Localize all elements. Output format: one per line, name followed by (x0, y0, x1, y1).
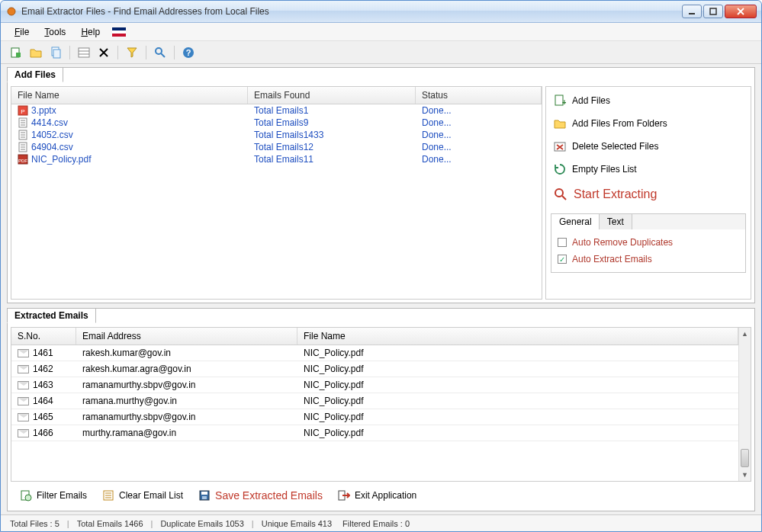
file-type-icon (18, 142, 28, 152)
empty-files-list-button[interactable]: Empty Files List (551, 160, 746, 178)
table-row[interactable]: 1464ramana.murthy@gov.inNIC_Policy.pdf (11, 393, 738, 409)
col-status[interactable]: Status (416, 87, 542, 104)
add-files-from-folders-button[interactable]: Add Files From Folders (551, 114, 746, 133)
add-files-section: Add Files File Name Emails Found Status … (7, 67, 755, 303)
sno-cell: 1466 (33, 428, 53, 438)
delete-selected-files-button[interactable]: Delete Selected Files (551, 137, 746, 155)
bottom-action-bar: Filter Emails Clear Email List Save Extr… (11, 483, 751, 508)
emails-table-body[interactable]: 1461rakesh.kumar@gov.inNIC_Policy.pdf146… (11, 345, 738, 481)
toolbar-list-icon[interactable] (76, 45, 92, 60)
table-row[interactable]: 1466murthy.ramana@gov.inNIC_Policy.pdf (11, 425, 738, 441)
files-table: File Name Emails Found Status P3.pptxTot… (11, 86, 542, 300)
refresh-icon (554, 163, 566, 175)
file-name-cell: 3.pptx (31, 105, 56, 116)
toolbar-add-files-icon[interactable] (8, 45, 24, 60)
file-type-icon: P (18, 105, 28, 116)
toolbar-separator (146, 46, 146, 59)
files-table-header: File Name Emails Found Status (11, 87, 542, 104)
file-name-cell: 14052.csv (31, 130, 73, 140)
table-row[interactable]: 1463ramanamurthy.sbpv@gov.inNIC_Policy.p… (11, 377, 738, 393)
extracted-emails-section: Extracted Emails S.No. Email Address Fil… (7, 308, 755, 511)
email-address-cell: ramana.murthy@gov.in (76, 396, 297, 406)
col-file-name[interactable]: File Name (297, 328, 738, 345)
sno-cell: 1463 (33, 380, 53, 390)
col-email-address[interactable]: Email Address (76, 328, 297, 345)
start-extracting-button[interactable]: Start Extracting (551, 183, 746, 206)
file-name-cell: NIC_Policy.pdf (297, 412, 738, 422)
svg-point-33 (555, 189, 563, 197)
maximize-button[interactable] (703, 5, 723, 18)
table-row[interactable]: 1465ramanamurthy.sbpv@gov.inNIC_Policy.p… (11, 409, 738, 425)
menu-tools[interactable]: Tools (38, 25, 72, 39)
add-files-tab-label: Add Files (7, 67, 63, 82)
clear-email-list-button[interactable]: Clear Email List (96, 487, 189, 504)
search-icon (554, 187, 567, 201)
auto-extract-emails-checkbox[interactable]: ✓ Auto Extract Emails (558, 254, 739, 264)
auto-remove-duplicates-checkbox[interactable]: Auto Remove Duplicates (558, 237, 739, 248)
table-row[interactable]: 14052.csvTotal Emails1433Done... (11, 129, 542, 141)
svg-rect-43 (202, 496, 207, 499)
scroll-down-arrow-icon[interactable]: ▼ (739, 469, 751, 481)
toolbar-search-icon[interactable] (153, 45, 168, 60)
svg-text:PDF: PDF (18, 159, 27, 163)
table-row[interactable]: 1461rakesh.kumar@gov.inNIC_Policy.pdf (11, 345, 738, 361)
scroll-up-arrow-icon[interactable]: ▲ (739, 328, 751, 340)
status-cell: Done... (416, 105, 542, 116)
toolbar-copy-icon[interactable] (48, 45, 63, 60)
filter-emails-button[interactable]: Filter Emails (14, 487, 93, 504)
svg-text:+: + (562, 98, 566, 107)
col-emails-found[interactable]: Emails Found (248, 87, 416, 104)
exit-application-label: Exit Application (355, 490, 416, 501)
scroll-thumb[interactable] (741, 449, 749, 467)
sno-cell: 1462 (33, 364, 53, 374)
add-files-label: Add Files (572, 95, 610, 106)
envelope-icon (18, 349, 29, 357)
add-files-button[interactable]: + Add Files (551, 91, 746, 110)
window-title: Email Extractor Files - Find Email Addre… (21, 6, 682, 17)
auto-extract-label: Auto Extract Emails (572, 254, 652, 264)
save-icon (198, 489, 211, 502)
table-row[interactable]: 4414.csvTotal Emails9Done... (11, 117, 542, 129)
options-tabbar: General Text (551, 214, 745, 229)
menu-file[interactable]: File (8, 25, 35, 39)
status-unique-emails: Unique Emails 413 (259, 519, 335, 528)
files-table-body[interactable]: P3.pptxTotal Emails1Done...4414.csvTotal… (11, 104, 542, 165)
file-name-cell: NIC_Policy.pdf (31, 154, 91, 165)
emails-found-cell: Total Emails1433 (248, 130, 416, 140)
save-extracted-emails-button[interactable]: Save Extracted Emails (192, 487, 329, 504)
toolbar-help-icon[interactable]: ? (181, 45, 196, 60)
table-row[interactable]: P3.pptxTotal Emails1Done... (11, 104, 542, 117)
toolbar-delete-icon[interactable] (96, 45, 111, 60)
extracted-emails-tab-label: Extracted Emails (7, 308, 96, 323)
col-file-name[interactable]: File Name (11, 87, 248, 104)
language-flag-icon[interactable] (112, 27, 126, 37)
table-row[interactable]: 64904.csvTotal Emails12Done... (11, 141, 542, 153)
vertical-scrollbar[interactable]: ▲ ▼ (738, 328, 751, 481)
toolbar-add-folder-icon[interactable] (28, 45, 43, 60)
start-extracting-label: Start Extracting (574, 187, 657, 201)
sno-cell: 1464 (33, 396, 53, 406)
toolbar-filter-icon[interactable] (124, 45, 140, 60)
tab-text[interactable]: Text (599, 213, 632, 229)
table-row[interactable]: 1462rakesh.kumar.agra@gov.inNIC_Policy.p… (11, 361, 738, 377)
close-button[interactable] (725, 5, 757, 18)
col-sno[interactable]: S.No. (11, 328, 76, 345)
toolbar-separator (117, 46, 118, 59)
exit-application-button[interactable]: Exit Application (332, 487, 423, 504)
add-files-icon: + (554, 95, 566, 107)
status-bar: Total Files : 5 | Total Emails 1466 | Du… (1, 514, 761, 531)
options-body: Auto Remove Duplicates ✓ Auto Extract Em… (551, 229, 745, 272)
tab-general[interactable]: General (551, 213, 600, 229)
table-row[interactable]: PDFNIC_Policy.pdfTotal Emails11Done... (11, 153, 542, 165)
delete-icon (554, 140, 566, 152)
delete-label: Delete Selected Files (572, 141, 658, 152)
svg-rect-6 (53, 50, 60, 58)
status-total-emails: Total Emails 1466 (74, 519, 146, 528)
envelope-icon (18, 413, 29, 421)
clear-email-list-label: Clear Email List (119, 490, 183, 501)
status-cell: Done... (416, 130, 542, 140)
status-cell: Done... (416, 142, 542, 152)
auto-remove-label: Auto Remove Duplicates (572, 237, 673, 248)
menu-help[interactable]: Help (75, 25, 106, 39)
minimize-button[interactable] (682, 5, 702, 18)
